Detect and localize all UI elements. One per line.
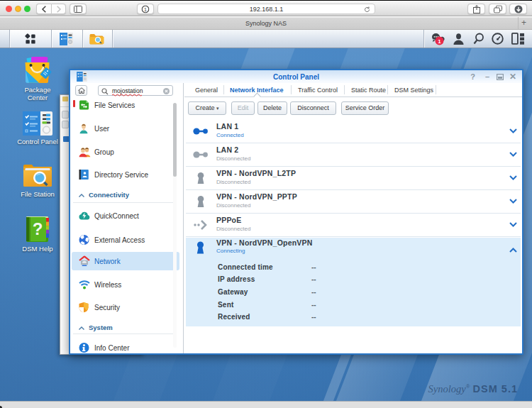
svg-text:?: ?: [33, 219, 43, 238]
svg-text:1: 1: [144, 6, 147, 11]
svg-text:1: 1: [438, 38, 441, 45]
